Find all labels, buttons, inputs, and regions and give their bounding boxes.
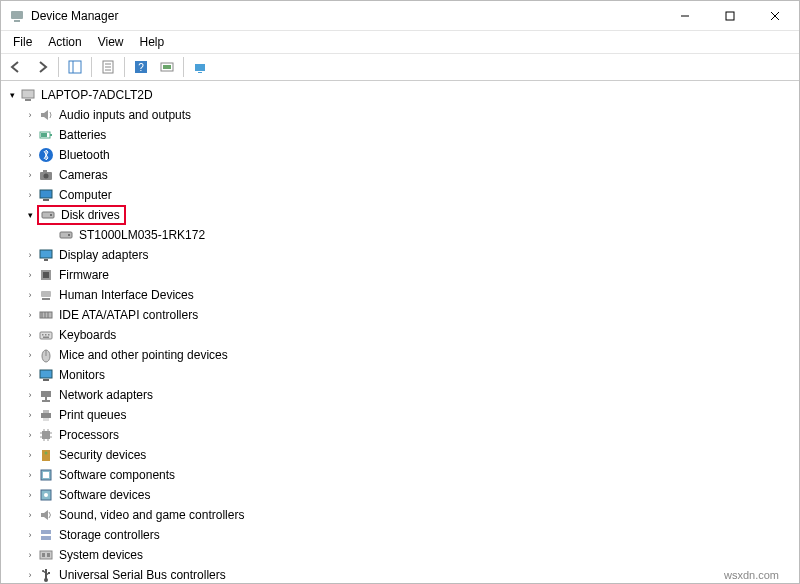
category-row[interactable]: ›Print queues <box>1 405 799 425</box>
chevron-right-icon[interactable]: › <box>23 290 37 300</box>
svg-rect-3 <box>726 12 734 20</box>
category-label: Bluetooth <box>59 148 110 162</box>
toolbar-separator <box>183 57 184 77</box>
add-legacy-button[interactable] <box>188 55 212 79</box>
category-row[interactable]: ›Human Interface Devices <box>1 285 799 305</box>
svg-rect-18 <box>22 90 34 98</box>
category-row[interactable]: ›Monitors <box>1 365 799 385</box>
svg-rect-83 <box>48 572 50 574</box>
menu-help[interactable]: Help <box>132 33 173 51</box>
svg-rect-29 <box>43 199 49 201</box>
device-tree[interactable]: ▾ LAPTOP-7ADCLT2D ›Audio inputs and outp… <box>1 81 799 583</box>
printer-icon <box>37 407 55 423</box>
minimize-button[interactable] <box>662 1 707 31</box>
svg-rect-23 <box>41 133 47 137</box>
svg-rect-30 <box>42 212 54 218</box>
back-button[interactable] <box>4 55 28 79</box>
category-row[interactable]: ▾Disk drives <box>1 205 799 225</box>
category-row[interactable]: ›Software components <box>1 465 799 485</box>
chevron-right-icon[interactable]: › <box>23 530 37 540</box>
forward-button[interactable] <box>30 55 54 79</box>
svg-rect-45 <box>42 334 44 336</box>
computer-icon <box>37 187 55 203</box>
category-label: Security devices <box>59 448 146 462</box>
svg-rect-16 <box>195 64 205 71</box>
chevron-down-icon[interactable]: ▾ <box>23 210 37 220</box>
chevron-right-icon[interactable]: › <box>23 190 37 200</box>
chevron-right-icon[interactable]: › <box>23 150 37 160</box>
category-row[interactable]: ›Audio inputs and outputs <box>1 105 799 125</box>
chevron-right-icon[interactable]: › <box>23 510 37 520</box>
camera-icon <box>37 167 55 183</box>
category-row[interactable]: ›Keyboards <box>1 325 799 345</box>
speaker-icon <box>37 107 55 123</box>
chevron-right-icon[interactable]: › <box>23 490 37 500</box>
chevron-right-icon[interactable]: › <box>23 390 37 400</box>
category-row[interactable]: ›Bluetooth <box>1 145 799 165</box>
category-label: Storage controllers <box>59 528 160 542</box>
category-row[interactable]: ›Firmware <box>1 265 799 285</box>
toolbar-separator <box>58 57 59 77</box>
chevron-right-icon[interactable]: › <box>23 250 37 260</box>
category-label: Display adapters <box>59 248 148 262</box>
window-title: Device Manager <box>31 9 118 23</box>
svg-marker-20 <box>41 110 48 120</box>
chevron-right-icon[interactable]: › <box>23 370 37 380</box>
category-label: Human Interface Devices <box>59 288 194 302</box>
disk-icon <box>39 207 57 223</box>
device-row[interactable]: ST1000LM035-1RK172 <box>1 225 799 245</box>
chevron-right-icon[interactable]: › <box>23 330 37 340</box>
category-row[interactable]: ›Processors <box>1 425 799 445</box>
chevron-right-icon[interactable]: › <box>23 350 37 360</box>
svg-rect-59 <box>42 431 50 439</box>
category-row[interactable]: ›IDE ATA/ATAPI controllers <box>1 305 799 325</box>
chevron-right-icon[interactable]: › <box>23 270 37 280</box>
mouse-icon <box>37 347 55 363</box>
svg-rect-46 <box>45 334 47 336</box>
chevron-right-icon[interactable]: › <box>23 310 37 320</box>
category-row[interactable]: ›Display adapters <box>1 245 799 265</box>
chevron-right-icon[interactable]: › <box>23 470 37 480</box>
svg-rect-15 <box>163 65 171 69</box>
svg-rect-17 <box>198 72 202 73</box>
svg-point-26 <box>44 174 49 179</box>
chevron-right-icon[interactable]: › <box>23 570 37 580</box>
menu-file[interactable]: File <box>5 33 40 51</box>
chevron-right-icon[interactable]: › <box>23 110 37 120</box>
category-row[interactable]: ›Cameras <box>1 165 799 185</box>
svg-rect-51 <box>40 370 52 378</box>
chevron-right-icon[interactable]: › <box>23 130 37 140</box>
category-row[interactable]: ›Security devices <box>1 445 799 465</box>
category-row[interactable]: ›Universal Serial Bus controllers <box>1 565 799 583</box>
chevron-right-icon[interactable]: › <box>23 450 37 460</box>
help-button[interactable]: ? <box>129 55 153 79</box>
category-row[interactable]: ›Batteries <box>1 125 799 145</box>
maximize-button[interactable] <box>707 1 752 31</box>
chevron-right-icon[interactable]: › <box>23 170 37 180</box>
menu-view[interactable]: View <box>90 33 132 51</box>
category-row[interactable]: ›Sound, video and game controllers <box>1 505 799 525</box>
chevron-right-icon[interactable]: › <box>23 410 37 420</box>
category-row[interactable]: ›Mice and other pointing devices <box>1 345 799 365</box>
chevron-right-icon[interactable]: › <box>23 430 37 440</box>
menu-action[interactable]: Action <box>40 33 89 51</box>
security-icon <box>37 447 55 463</box>
category-row[interactable]: ›System devices <box>1 545 799 565</box>
close-button[interactable] <box>752 1 797 31</box>
svg-rect-39 <box>42 298 50 300</box>
properties-button[interactable] <box>96 55 120 79</box>
cpu-icon <box>37 427 55 443</box>
category-row[interactable]: ›Software devices <box>1 485 799 505</box>
disk-icon <box>57 227 75 243</box>
category-label: Universal Serial Bus controllers <box>59 568 226 582</box>
category-row[interactable]: ›Network adapters <box>1 385 799 405</box>
chevron-right-icon[interactable]: › <box>23 550 37 560</box>
tree-root[interactable]: ▾ LAPTOP-7ADCLT2D <box>1 85 799 105</box>
chevron-down-icon[interactable]: ▾ <box>5 90 19 100</box>
category-row[interactable]: ›Computer <box>1 185 799 205</box>
scan-hardware-button[interactable] <box>155 55 179 79</box>
titlebar: Device Manager <box>1 1 799 31</box>
category-row[interactable]: ›Storage controllers <box>1 525 799 545</box>
svg-rect-48 <box>43 337 49 339</box>
show-hide-tree-button[interactable] <box>63 55 87 79</box>
